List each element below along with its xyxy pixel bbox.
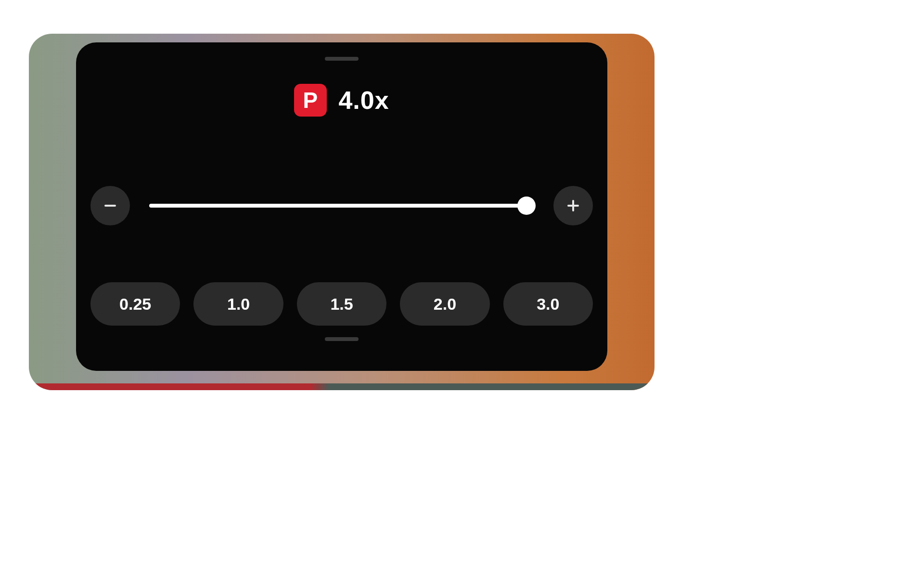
speed-header: P 4.0x: [90, 84, 593, 117]
preset-label: 3.0: [537, 295, 559, 314]
premium-badge-letter: P: [303, 89, 319, 111]
preset-button-1-0[interactable]: 1.0: [193, 282, 283, 326]
plus-icon: [565, 197, 582, 214]
preset-button-1-5[interactable]: 1.5: [297, 282, 386, 326]
decrease-speed-button[interactable]: [90, 186, 130, 225]
speed-presets: 0.25 1.0 1.5 2.0 3.0: [90, 282, 593, 326]
preset-label: 1.5: [330, 295, 353, 314]
video-progress-strip: [29, 383, 654, 390]
video-frame-background: P 4.0x: [29, 34, 654, 390]
svg-rect-0: [104, 205, 116, 207]
preset-label: 1.0: [227, 295, 250, 314]
preset-button-0-25[interactable]: 0.25: [90, 282, 180, 326]
playback-speed-panel: P 4.0x: [76, 42, 607, 371]
svg-rect-2: [572, 200, 574, 211]
preset-button-2-0[interactable]: 2.0: [400, 282, 489, 326]
minus-icon: [102, 197, 119, 214]
preset-button-3-0[interactable]: 3.0: [503, 282, 593, 326]
premium-badge-icon: P: [294, 84, 327, 117]
increase-speed-button[interactable]: [553, 186, 593, 225]
preset-label: 0.25: [119, 295, 151, 314]
slider-thumb[interactable]: [517, 197, 536, 215]
preset-label: 2.0: [434, 295, 456, 314]
current-speed-label: 4.0x: [338, 86, 389, 115]
drag-handle-top[interactable]: [325, 57, 359, 61]
speed-slider[interactable]: [149, 196, 534, 215]
drag-handle-bottom[interactable]: [325, 337, 359, 341]
slider-track: [149, 204, 534, 208]
